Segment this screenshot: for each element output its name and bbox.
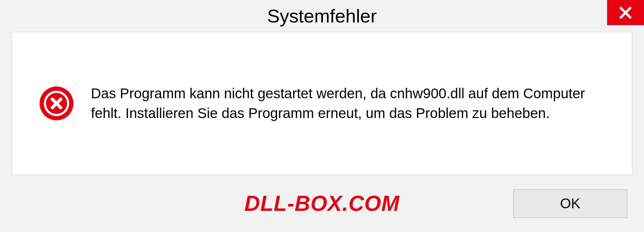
content-area: Das Programm kann nicht gestartet werden… <box>12 32 632 175</box>
error-icon <box>39 86 74 121</box>
close-icon <box>618 5 634 21</box>
ok-button-label: OK <box>560 195 581 212</box>
watermark-text: DLL-BOX.COM <box>245 191 400 216</box>
dialog-title: Systemfehler <box>267 5 377 27</box>
ok-button[interactable]: OK <box>513 189 627 218</box>
footer: DLL-BOX.COM OK <box>0 175 644 232</box>
titlebar: Systemfehler <box>0 0 644 32</box>
error-message: Das Programm kann nicht gestartet werden… <box>91 84 605 123</box>
error-dialog: Systemfehler Das Programm kann nicht ges… <box>0 0 644 232</box>
close-button[interactable] <box>607 0 644 25</box>
